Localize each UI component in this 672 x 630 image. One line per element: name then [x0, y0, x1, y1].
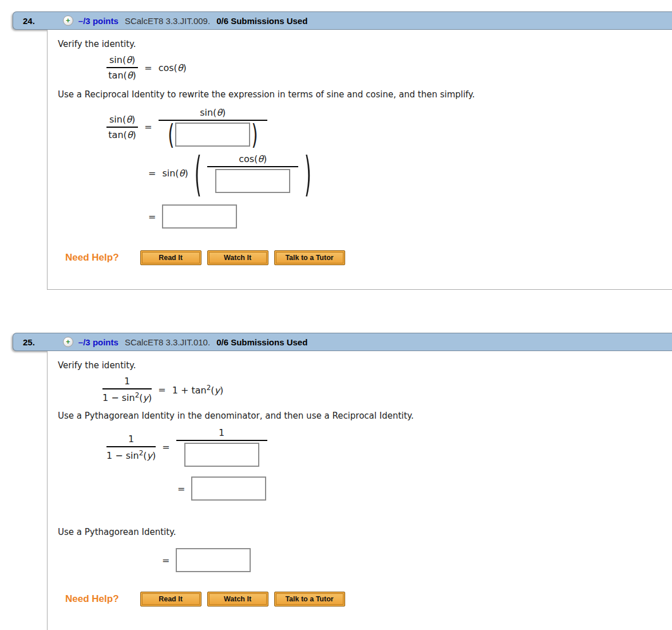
need-help-row: Need Help? Read It Watch It Talk to a Tu…	[65, 250, 672, 265]
verify-text: Verify the identity.	[58, 360, 672, 371]
watch-it-label: Watch It	[209, 593, 267, 605]
question-number: 24.	[23, 16, 35, 26]
p24-answer-input-1[interactable]	[175, 123, 250, 147]
fraction-numerator: 1	[176, 427, 267, 440]
math-y: y	[147, 450, 152, 461]
left-paren-icon: (	[194, 150, 201, 197]
right-paren-icon: )	[305, 150, 311, 197]
question-header-24: 24. + –/3 points SCalcET8 3.3.JIT.009. 0…	[13, 11, 672, 30]
math-one-minus-sin: 1 − sin	[106, 450, 139, 461]
read-it-label: Read It	[142, 593, 200, 605]
read-it-button[interactable]: Read It	[140, 250, 201, 265]
math-theta: θ	[177, 62, 183, 73]
math-sin: sin(	[162, 168, 179, 179]
equals-sign: =	[158, 384, 165, 395]
rhs-fraction: sin(θ) ( )	[159, 107, 267, 147]
watch-it-button[interactable]: Watch It	[207, 250, 268, 265]
fraction-denominator	[207, 166, 298, 193]
math-close-paren: )	[152, 450, 156, 461]
work-line-3: =	[148, 204, 672, 229]
submissions-used: 0/6 Submissions Used	[216, 337, 307, 347]
math-theta: θ	[127, 70, 133, 81]
fraction-denominator: tan(θ)	[106, 67, 138, 81]
fraction-denominator: ( )	[159, 120, 267, 147]
fraction-denominator: 1 − sin2(y)	[102, 388, 152, 403]
points-label: –/3 points	[78, 16, 118, 26]
math-sin: sin(	[200, 107, 216, 118]
equals-sign: =	[177, 483, 185, 494]
work-line-2: =	[177, 477, 672, 501]
lhs-fraction: sin(θ) tan(θ)	[106, 114, 138, 140]
statement-fraction: 1 1 − sin2(y)	[102, 376, 152, 403]
fraction-numerator: 1	[106, 434, 156, 446]
problem-24: 24. + –/3 points SCalcET8 3.3.JIT.009. 0…	[13, 11, 672, 290]
left-paren-icon: (	[168, 121, 174, 148]
need-help-row: Need Help? Read It Watch It Talk to a Tu…	[65, 592, 672, 607]
math-close-paren: )	[133, 129, 136, 140]
math-theta: θ	[179, 168, 185, 179]
math-close-paren: )	[148, 392, 152, 403]
rhs-fraction: cos(θ)	[207, 153, 298, 193]
math-close-paren: )	[184, 168, 188, 179]
math-theta: θ	[126, 114, 132, 125]
instruction-text: Use a Pythagorean Identity in the denomi…	[58, 411, 672, 421]
need-help-label: Need Help?	[65, 252, 119, 263]
math-y: y	[215, 385, 220, 396]
p25-answer-input-2[interactable]	[191, 477, 266, 501]
read-it-button[interactable]: Read It	[140, 592, 201, 607]
fraction-numerator: sin(θ)	[106, 54, 138, 67]
fraction-numerator: cos(θ)	[207, 153, 298, 166]
rhs-fraction: 1	[176, 427, 267, 467]
math-cos: cos(	[159, 62, 177, 73]
math-close-paren: )	[183, 62, 187, 73]
math-theta: θ	[258, 153, 263, 164]
statement-fraction: sin(θ) tan(θ)	[106, 54, 138, 81]
right-paren-icon: )	[251, 121, 258, 148]
watch-it-button[interactable]: Watch It	[207, 592, 268, 607]
p24-answer-input-2[interactable]	[215, 169, 290, 193]
talk-to-tutor-button[interactable]: Talk to a Tutor	[274, 250, 345, 265]
identity-statement: sin(θ) tan(θ) = cos(θ)	[106, 54, 672, 81]
submissions-used: 0/6 Submissions Used	[216, 16, 307, 26]
question-source: SCalcET8 3.3.JIT.010.	[125, 337, 210, 347]
need-help-label: Need Help?	[65, 593, 119, 605]
question-number: 25.	[23, 337, 35, 347]
statement-rhs: cos(θ)	[159, 62, 187, 73]
math-theta: θ	[126, 54, 132, 65]
equals-sign: =	[162, 555, 169, 566]
fraction-numerator: sin(θ)	[106, 114, 138, 127]
equals-sign: =	[162, 442, 169, 452]
p25-answer-input-1[interactable]	[184, 443, 259, 467]
identity-statement: 1 1 − sin2(y) = 1 + tan2(y)	[102, 376, 672, 403]
expand-plus-icon[interactable]: +	[63, 15, 73, 26]
question-body-24: Verify the identity. sin(θ) tan(θ) = cos…	[47, 30, 672, 290]
math-sin: sin(	[109, 54, 126, 65]
talk-to-tutor-button[interactable]: Talk to a Tutor	[274, 592, 345, 607]
p25-answer-input-3[interactable]	[176, 548, 251, 572]
math-sin: sin(	[109, 114, 126, 125]
instruction-text: Use a Reciprocal Identity to rewrite the…	[58, 89, 672, 100]
question-body-25: Verify the identity. 1 1 − sin2(y) = 1 +…	[47, 351, 672, 630]
math-y: y	[143, 392, 148, 403]
fraction-denominator: 1 − sin2(y)	[106, 446, 156, 461]
math-close-paren: )	[133, 70, 136, 81]
expand-plus-icon[interactable]: +	[63, 337, 73, 347]
p24-answer-input-3[interactable]	[162, 204, 237, 229]
equals-sign: =	[148, 168, 156, 179]
math-theta: θ	[216, 107, 222, 118]
question-source: SCalcET8 3.3.JIT.009.	[125, 16, 210, 26]
fraction-numerator: 1	[102, 376, 152, 388]
math-cos: cos(	[239, 153, 258, 164]
equals-sign: =	[144, 121, 152, 132]
fraction-denominator	[176, 440, 267, 467]
math-close-paren: )	[222, 107, 226, 118]
work-line-1: sin(θ) tan(θ) = sin(θ) ( )	[106, 107, 672, 147]
read-it-label: Read It	[142, 252, 200, 263]
math-close-paren: )	[132, 114, 135, 125]
plus-glyph: +	[66, 17, 70, 24]
work-line-1: 1 1 − sin2(y) = 1	[106, 427, 672, 467]
fraction-denominator: tan(θ)	[106, 127, 138, 140]
statement-rhs: 1 + tan2(y)	[172, 384, 224, 396]
talk-to-tutor-label: Talk to a Tutor	[276, 252, 343, 263]
math-tan: tan(	[108, 129, 127, 140]
